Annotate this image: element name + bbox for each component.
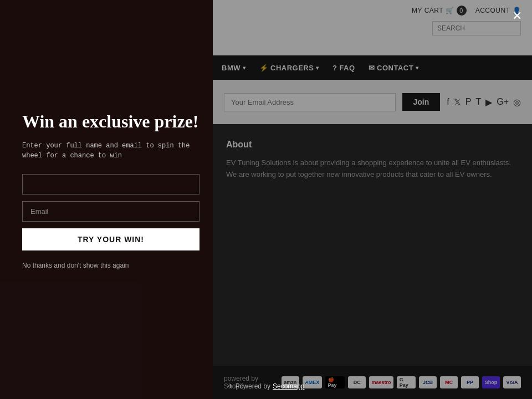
secomapp-icon: ✈ <box>228 382 233 390</box>
close-button[interactable]: ✕ <box>512 10 522 22</box>
try-your-win-button[interactable]: TRY YOUR WIN! <box>22 228 200 250</box>
powered-by-label: Powered by <box>236 382 270 390</box>
modal-title: Win an exclusive prize! <box>22 111 200 132</box>
modal-description: Enter your full name and email to spin t… <box>22 141 200 161</box>
modal-name-input[interactable] <box>22 174 200 195</box>
modal-overlay-right <box>213 0 532 399</box>
secomapp-badge: ✈ Powered by Secomapp <box>228 382 305 390</box>
modal-dialog: Win an exclusive prize! Enter your full … <box>22 111 200 269</box>
secomapp-link[interactable]: Secomapp <box>273 382 304 390</box>
modal-email-input[interactable] <box>22 201 200 222</box>
dismiss-label[interactable]: No thanks and don't show this again <box>22 262 200 269</box>
